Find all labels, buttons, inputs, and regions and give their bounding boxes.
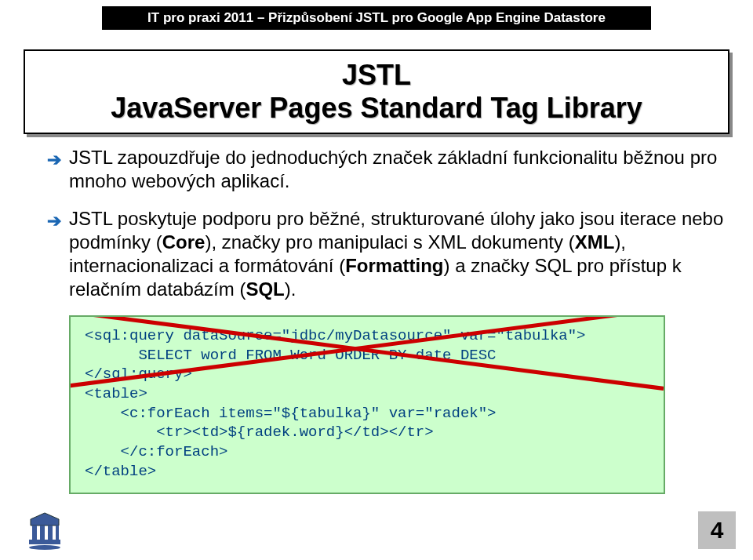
xml-bold: XML xyxy=(575,231,615,253)
svg-rect-3 xyxy=(40,525,45,540)
bullet-2: ➔ JSTL poskytuje podporu pro běžné, stru… xyxy=(47,207,726,301)
title-line2: JavaServer Pages Standard Tag Library xyxy=(41,92,712,125)
code-l6: <tr><td>${radek.word}</td></tr> xyxy=(85,424,434,441)
slide-header: IT pro praxi 2011 – Přizpůsobení JSTL pr… xyxy=(102,6,651,30)
arrow-icon: ➔ xyxy=(47,210,61,232)
code-l3: </sql:query> xyxy=(85,365,192,383)
code-l4: <table> xyxy=(85,385,147,402)
footer: 4 xyxy=(0,508,753,552)
svg-rect-4 xyxy=(48,525,53,540)
page-number-text: 4 xyxy=(711,517,724,544)
svg-point-7 xyxy=(29,545,60,550)
code-l1: <sql:query dataSource="jdbc/myDatasource… xyxy=(85,327,586,344)
code-box: <sql:query dataSource="jdbc/myDatasource… xyxy=(69,315,665,494)
content-area: ➔ JSTL zapouzdřuje do jednoduchých znače… xyxy=(47,146,726,301)
code-l2: SELECT word FROM Word ORDER BY date DESC xyxy=(85,347,497,364)
code-l8: </table> xyxy=(85,463,156,480)
fmt-bold: Formatting xyxy=(345,255,443,276)
title-box: JSTL JavaServer Pages Standard Tag Libra… xyxy=(24,49,729,134)
svg-rect-5 xyxy=(56,525,59,540)
university-logo-icon xyxy=(27,511,62,551)
core-bold: Core xyxy=(162,231,206,253)
header-text: IT pro praxi 2011 – Přizpůsobení JSTL pr… xyxy=(147,10,606,26)
svg-rect-6 xyxy=(29,540,60,544)
bullet-1: ➔ JSTL zapouzdřuje do jednoduchých znače… xyxy=(47,146,726,193)
svg-rect-2 xyxy=(32,525,37,540)
code-l7: </c:forEach> xyxy=(85,443,227,460)
title-line1: JSTL xyxy=(41,59,712,92)
arrow-icon: ➔ xyxy=(47,149,61,171)
sql-bold: SQL xyxy=(246,278,284,300)
bullet-2-e: ). xyxy=(285,278,296,300)
bullet-1-text: JSTL zapouzdřuje do jednoduchých značek … xyxy=(69,147,717,191)
bullet-2-b: ), značky pro manipulaci s XML dokumenty… xyxy=(205,231,574,253)
code-l5: <c:forEach items="${tabulka}" var="radek… xyxy=(85,405,497,422)
page-number: 4 xyxy=(698,511,736,549)
